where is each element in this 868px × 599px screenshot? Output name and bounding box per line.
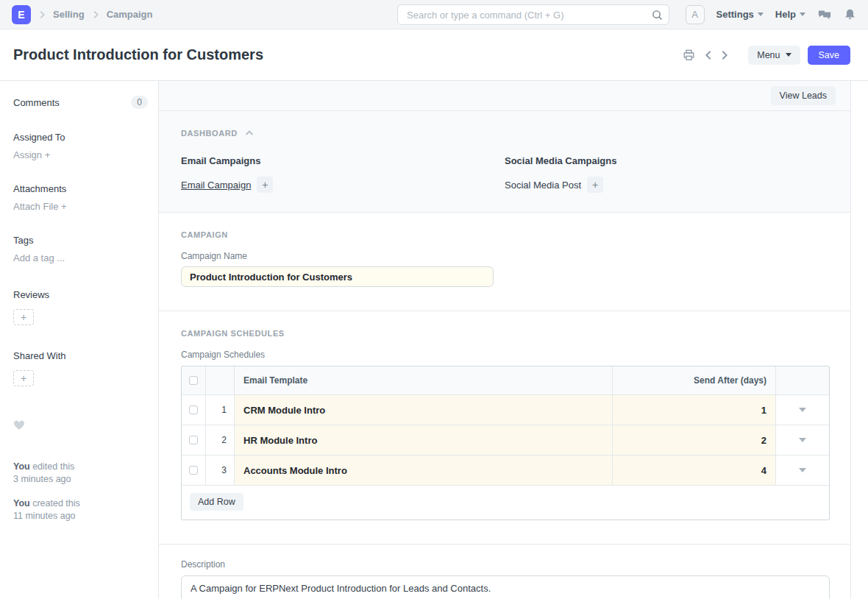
campaign-section-label: CAMPAIGN [181,230,228,239]
add-review-button[interactable]: + [13,309,34,325]
attachments-label: Attachments [13,183,148,194]
assign-label: Assign [13,149,42,160]
search-icon[interactable] [652,10,663,21]
form-toolbar: View Leads [159,81,850,111]
add-social-media-post-button[interactable]: + [587,177,603,193]
add-row-button[interactable]: Add Row [190,493,243,511]
help-menu[interactable]: Help [775,9,805,20]
description-input[interactable]: A Campaign for ERPNext Product Introduct… [181,575,830,599]
add-tag-input[interactable]: Add a tag ... [13,252,148,263]
campaign-name-input[interactable]: Product Introduction for Customers [181,266,494,287]
timeline-action: edited this [32,461,74,472]
shared-with-label: Shared With [13,350,148,361]
timeline-entry: You created this 11 minutes ago [13,497,148,522]
plus-icon: + [45,149,51,160]
row-checkbox[interactable] [189,436,198,444]
breadcrumb-campaign[interactable]: Campaign [107,9,153,20]
page-title: Product Introduction for Customers [13,46,263,63]
row-checkbox[interactable] [189,405,198,414]
row-index-header [206,366,235,394]
save-button[interactable]: Save [808,46,851,65]
timeline-actor: You [13,461,30,472]
dashboard-section: DASHBOARD Email Campaigns Email Campaign… [159,111,850,213]
chevron-down-icon [758,13,764,16]
timeline-actor: You [13,498,30,508]
search-input[interactable] [407,10,652,21]
email-template-cell[interactable]: HR Module Intro [235,425,613,455]
email-template-cell[interactable]: CRM Module Intro [235,395,613,425]
campaign-schedules-field-label: Campaign Schedules [181,350,828,360]
view-leads-button[interactable]: View Leads [771,86,836,105]
plus-icon: + [21,372,26,384]
chat-icon[interactable] [817,8,832,21]
add-email-campaign-button[interactable]: + [257,177,273,193]
app-logo[interactable]: E [12,5,31,24]
send-after-cell[interactable]: 2 [613,425,776,455]
timeline-when: 3 minutes ago [13,474,71,484]
chevron-down-icon [786,53,791,57]
email-template-cell[interactable]: Accounts Module Intro [235,456,613,485]
menu-button[interactable]: Menu [748,46,800,65]
row-index: 1 [206,395,235,425]
assigned-to-label: Assigned To [13,132,148,143]
menu-button-label: Menu [757,50,780,60]
chevron-up-icon[interactable] [245,129,254,138]
timeline-action: created this [32,498,80,508]
page-head: Product Introduction for Customers Menu … [0,29,868,81]
dashboard-section-label: DASHBOARD [181,129,238,138]
attach-file-button[interactable]: Attach File + [13,201,148,212]
row-expand-icon[interactable] [799,468,806,472]
form-layout: View Leads DASHBOARD Email Campaigns Ema… [158,81,851,599]
prev-icon[interactable] [704,50,713,60]
row-expand-icon[interactable] [799,408,806,412]
plus-icon: + [592,179,598,191]
share-button[interactable]: + [13,370,34,386]
bell-icon[interactable] [844,8,856,21]
help-label: Help [775,9,796,20]
campaign-name-label: Campaign Name [181,251,828,261]
table-row: 2 HR Module Intro 2 [182,425,829,455]
row-index: 3 [206,456,235,485]
row-checkbox[interactable] [189,466,198,475]
settings-label: Settings [716,9,754,20]
social-campaigns-heading: Social Media Campaigns [505,155,828,166]
comments-label[interactable]: Comments [13,97,60,108]
select-all-checkbox[interactable] [189,376,198,385]
breadcrumb-selling[interactable]: Selling [53,9,85,20]
settings-menu[interactable]: Settings [716,9,764,20]
description-label: Description [181,559,828,570]
next-icon[interactable] [720,50,729,60]
global-search[interactable] [397,4,669,25]
row-index: 2 [206,425,235,455]
row-expand-icon[interactable] [799,438,806,442]
like-heart-icon[interactable] [13,420,148,433]
chevron-right-icon [37,10,47,20]
reviews-label: Reviews [13,289,148,300]
tags-label: Tags [13,235,148,246]
campaign-section: CAMPAIGN Campaign Name Product Introduct… [159,213,850,311]
plus-icon: + [61,201,67,212]
campaign-schedules-section-label: CAMPAIGN SCHEDULES [181,329,285,338]
timeline-when: 11 minutes ago [13,511,76,521]
assign-button[interactable]: Assign + [13,149,148,160]
email-campaign-link[interactable]: Email Campaign [181,180,251,191]
chevron-down-icon [800,13,805,16]
send-after-column-header: Send After (days) [613,366,776,394]
timeline-entry: You edited this 3 minutes ago [13,461,148,486]
social-media-post-link[interactable]: Social Media Post [505,180,581,191]
send-after-cell[interactable]: 4 [613,456,776,485]
description-section: Description A Campaign for ERPNext Produ… [159,545,850,599]
campaign-schedules-section: CAMPAIGN SCHEDULES Campaign Schedules Em… [159,311,850,545]
edit-column-header [776,366,829,394]
chevron-right-icon [90,10,101,20]
comments-count-badge[interactable]: 0 [131,96,148,109]
sidebar-timeline: You edited this 3 minutes ago You create… [13,461,148,522]
navbar: E Selling Campaign A Settings Help [0,0,868,29]
email-template-column-header: Email Template [235,366,613,394]
avatar[interactable]: A [686,5,705,24]
send-after-cell[interactable]: 1 [613,395,776,425]
dashboard-section-head[interactable]: DASHBOARD [181,129,828,138]
campaign-schedules-table: Email Template Send After (days) 1 CRM M… [181,366,830,520]
table-footer: Add Row [182,485,829,520]
print-icon[interactable] [683,49,695,61]
